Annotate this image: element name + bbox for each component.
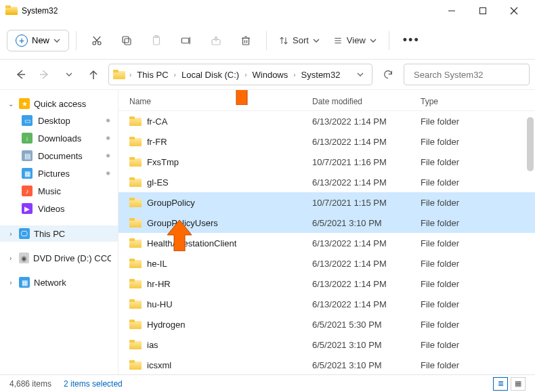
column-type[interactable]: Type [421, 97, 524, 106]
search-box[interactable] [404, 64, 530, 85]
sidebar-item-desktop[interactable]: ▭Desktop⁕ [0, 112, 118, 129]
sidebar-item-pictures[interactable]: ▦Pictures⁕ [0, 165, 118, 182]
minimize-button[interactable] [436, 0, 467, 22]
file-row[interactable]: GroupPolicyUsers6/5/2021 3:10 PMFile fol… [119, 213, 535, 233]
close-button[interactable] [498, 0, 530, 22]
file-type: File folder [421, 238, 524, 248]
file-type: File folder [421, 157, 524, 167]
breadcrumb-segment[interactable]: This PC [134, 68, 171, 81]
paste-button[interactable] [143, 28, 170, 53]
separator [76, 31, 77, 50]
file-row[interactable]: hr-HR6/13/2022 1:14 PMFile folder [119, 274, 535, 294]
sidebar-item-videos[interactable]: ▶Videos [0, 200, 118, 217]
history-button[interactable] [60, 65, 79, 84]
breadcrumb-dropdown[interactable] [353, 70, 368, 80]
delete-button[interactable] [232, 28, 259, 53]
file-name: hu-HU [147, 299, 173, 309]
svg-rect-9 [123, 37, 129, 43]
more-button[interactable]: ••• [396, 29, 427, 51]
back-button[interactable] [11, 65, 30, 84]
share-button[interactable] [202, 28, 230, 53]
sidebar-item-downloads[interactable]: ↓Downloads⁕ [0, 129, 118, 147]
file-date: 6/13/2022 1:14 PM [312, 259, 421, 269]
file-type: File folder [421, 177, 524, 188]
sidebar-thispc-header[interactable]: › 🖵 This PC [0, 225, 118, 242]
breadcrumb[interactable]: › This PC › Local Disk (C:) › Windows › … [108, 64, 372, 85]
breadcrumb-segment[interactable]: System32 [299, 68, 343, 81]
file-row[interactable]: gl-ES6/13/2022 1:14 PMFile folder [119, 172, 535, 192]
chevron-down-icon [313, 37, 320, 44]
sidebar-item-label: Videos [38, 204, 65, 214]
file-name: Hydrogen [147, 320, 185, 330]
details-view-button[interactable]: ≣ [493, 377, 508, 391]
file-row[interactable]: fr-FR6/13/2022 1:14 PMFile folder [119, 131, 535, 152]
file-row[interactable]: HealthAttestationClient6/13/2022 1:14 PM… [119, 233, 535, 253]
file-row[interactable]: icsxml6/5/2021 3:10 PMFile folder [119, 355, 535, 374]
folder-icon [129, 177, 142, 187]
desktop-icon: ▭ [22, 115, 33, 126]
breadcrumb-segment[interactable]: Windows [250, 68, 291, 81]
pin-icon: ⁕ [105, 116, 111, 125]
file-type: File folder [421, 299, 524, 309]
sort-label: Sort [293, 35, 309, 45]
file-type: File folder [421, 279, 524, 289]
file-row[interactable]: Hydrogen6/5/2021 5:30 PMFile folder [119, 314, 535, 334]
breadcrumb-segment[interactable]: Local Disk (C:) [179, 68, 242, 81]
file-row[interactable]: he-IL6/13/2022 1:14 PMFile folder [119, 253, 535, 274]
column-name[interactable]: Name [129, 97, 312, 106]
pictures-icon: ▦ [22, 168, 33, 179]
sort-button[interactable]: Sort [274, 31, 325, 49]
file-date: 6/5/2021 5:30 PM [312, 320, 421, 330]
svg-rect-16 [243, 38, 249, 45]
file-row[interactable]: GroupPolicy10/7/2021 1:15 PMFile folder [119, 192, 535, 213]
folder-icon [129, 238, 142, 248]
file-name: he-IL [147, 259, 167, 269]
file-name: gl-ES [147, 177, 169, 188]
file-name: GroupPolicy [147, 198, 195, 208]
new-button[interactable]: + New [7, 30, 69, 51]
maximize-button[interactable] [467, 0, 498, 22]
star-icon: ★ [19, 98, 30, 109]
toolbar: + New Sort View ••• [0, 22, 535, 60]
file-type: File folder [421, 320, 524, 330]
cut-button[interactable] [83, 28, 110, 53]
file-name: ias [147, 340, 158, 350]
file-date: 6/5/2021 3:10 PM [312, 360, 421, 370]
refresh-button[interactable] [378, 64, 398, 85]
thumbnails-view-button[interactable]: ▦ [511, 377, 526, 391]
forward-button[interactable] [35, 65, 54, 84]
sidebar-quickaccess-header[interactable]: ⌄ ★ Quick access [0, 95, 118, 112]
search-input[interactable] [414, 70, 528, 80]
sidebar-network-header[interactable]: › ▦ Network [0, 274, 118, 290]
address-row: › This PC › Local Disk (C:) › Windows › … [0, 60, 535, 89]
rename-button[interactable] [173, 28, 200, 53]
chevron-right-icon: › [292, 71, 297, 79]
copy-button[interactable] [113, 28, 140, 53]
music-icon: ♪ [22, 186, 33, 196]
file-pane: Name Date modified Type fr-CA6/13/2022 1… [119, 90, 535, 374]
chevron-right-icon: › [7, 230, 15, 238]
file-row[interactable]: ias6/5/2021 3:10 PMFile folder [119, 334, 535, 355]
sidebar-item-music[interactable]: ♪Music [0, 182, 118, 200]
file-row[interactable]: fr-CA6/13/2022 1:14 PMFile folder [119, 111, 535, 131]
file-date: 10/7/2021 1:16 PM [312, 157, 421, 167]
file-name: GroupPolicyUsers [147, 218, 218, 228]
file-row[interactable]: hu-HU6/13/2022 1:14 PMFile folder [119, 294, 535, 314]
sidebar-item-label: Desktop [38, 116, 70, 126]
scrollbar[interactable] [527, 117, 534, 171]
file-date: 6/13/2022 1:14 PM [312, 116, 421, 127]
view-icon [333, 36, 343, 45]
file-row[interactable]: FxsTmp10/7/2021 1:16 PMFile folder [119, 152, 535, 172]
documents-icon: ▤ [22, 150, 33, 161]
column-date[interactable]: Date modified [312, 97, 421, 106]
sidebar-item-documents[interactable]: ▤Documents⁕ [0, 147, 118, 165]
sidebar-dvd-header[interactable]: › ◉ DVD Drive (D:) CCCC [0, 250, 118, 266]
sidebar-thispc-label: This PC [34, 229, 65, 239]
file-type: File folder [421, 340, 524, 350]
up-button[interactable] [84, 65, 103, 84]
file-name: FxsTmp [147, 157, 179, 167]
file-name: fr-FR [147, 137, 167, 147]
folder-icon [129, 137, 142, 146]
view-button[interactable]: View [328, 31, 382, 49]
folder-icon [129, 320, 142, 329]
